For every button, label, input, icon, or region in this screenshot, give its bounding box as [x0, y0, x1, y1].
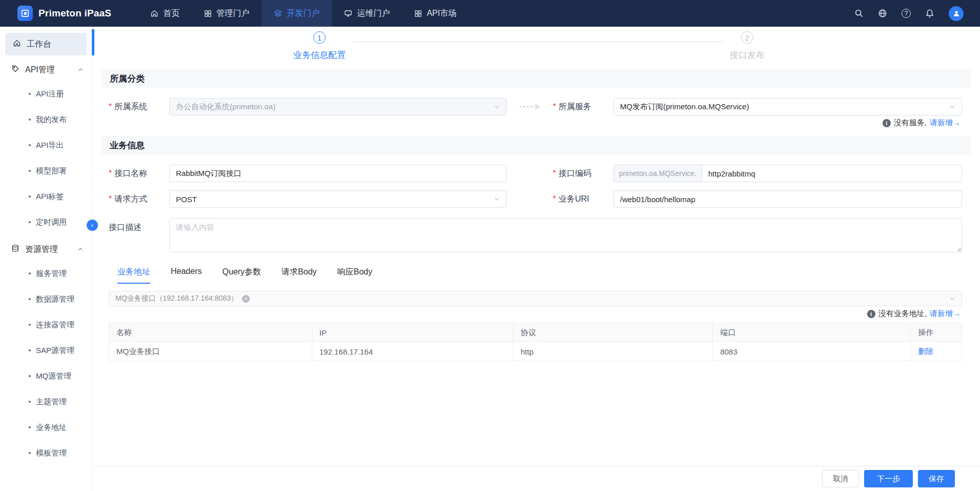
api-name-input[interactable] [169, 165, 507, 182]
business-address-select[interactable]: MQ业务接口（192.168.17.164:8083） [109, 291, 962, 306]
delete-row-link[interactable]: 删除 [918, 347, 933, 356]
tag-icon [11, 65, 19, 75]
sidebar-item-sap-source-management[interactable]: SAP源管理 [0, 338, 92, 363]
nav-item-ops-portal[interactable]: 运维门户 [332, 0, 402, 27]
next-step-button[interactable]: 下一步 [864, 470, 913, 487]
sidebar-item-label: API注册 [36, 89, 64, 99]
primary-nav: 首页 管理门户 开发门户 运维门户 API市场 [138, 0, 469, 27]
chevron-up-icon [77, 67, 84, 73]
sidebar-item-label: 模板管理 [36, 448, 67, 458]
logo-icon [17, 6, 33, 21]
sidebar-item-datasource-management[interactable]: 数据源管理 [0, 286, 92, 312]
tab-headers[interactable]: Headers [171, 267, 202, 284]
help-icon[interactable] [902, 9, 911, 18]
sidebar-item-mq-source-management[interactable]: MQ源管理 [0, 363, 92, 389]
sidebar-item-scheduled-call[interactable]: 定时调用 [0, 209, 92, 235]
description-textarea[interactable] [169, 218, 962, 252]
sidebar-item-api-export[interactable]: API导出 [0, 132, 92, 158]
nav-item-label: 运维门户 [357, 8, 390, 19]
search-icon[interactable] [854, 9, 864, 18]
layers-icon [274, 9, 282, 17]
sidebar-group-api-items: API注册 我的发布 API导出 模型部署 API标签 定时调用 [0, 81, 92, 235]
system-select[interactable]: 办公自动化系统(primeton.oa) [169, 98, 507, 115]
globe-icon[interactable] [878, 9, 887, 18]
hint-text: 没有业务地址, [878, 309, 927, 319]
wizard-stepper: 1 业务信息配置 2 接口发布 [92, 27, 980, 61]
remove-tag-icon[interactable] [242, 295, 250, 303]
tab-response-body[interactable]: 响应Body [337, 267, 372, 284]
bullet-dot [29, 195, 31, 198]
brand[interactable]: Primeton iPaaS [0, 6, 125, 21]
footer-actions: 取消 下一步 保存 [92, 466, 980, 491]
sidebar-item-workbench[interactable]: 工作台 [5, 33, 87, 55]
tab-query-params[interactable]: Query参数 [222, 267, 261, 284]
sidebar-item-my-publish[interactable]: 我的发布 [0, 107, 92, 132]
bullet-dot [29, 426, 31, 428]
bullet-dot [29, 452, 31, 454]
bullet-dot [29, 119, 31, 121]
method-label: 请求方式 [109, 194, 169, 205]
cell-protocol: http [513, 342, 713, 361]
sidebar-item-template-management[interactable]: 模板管理 [0, 440, 92, 466]
category-form-row: 所属系统 办公自动化系统(primeton.oa) 所属服务 MQ发布订阅(pr… [109, 98, 962, 115]
dashed-arrow-icon [507, 104, 553, 110]
service-select[interactable]: MQ发布订阅(primeton.oa.MQService) [613, 98, 962, 115]
sidebar-collapse-button[interactable] [87, 220, 98, 231]
sidebar-group-resource-management[interactable]: 资源管理 [0, 238, 92, 261]
sidebar-item-service-management[interactable]: 服务管理 [0, 261, 92, 286]
nav-item-label: 首页 [163, 8, 179, 19]
sidebar-item-business-address[interactable]: 业务地址 [0, 415, 92, 440]
sidebar-item-label: 我的发布 [36, 115, 67, 125]
method-select-value: POST [176, 195, 197, 204]
grid-icon [414, 10, 422, 17]
sidebar-item-topic-management[interactable]: 主题管理 [0, 389, 92, 415]
step-connector-line [353, 42, 723, 42]
bullet-dot [29, 221, 31, 223]
bullet-dot [29, 375, 31, 377]
content-accent-bar [92, 29, 94, 55]
step-label: 接口发布 [730, 49, 765, 61]
sidebar-item-label: 连接器管理 [36, 320, 74, 330]
sidebar-item-model-deploy[interactable]: 模型部署 [0, 158, 92, 184]
bell-icon[interactable] [925, 9, 934, 18]
nav-item-api-market[interactable]: API市场 [402, 0, 469, 27]
chevron-up-icon [77, 246, 84, 252]
tab-business-address[interactable]: 业务地址 [117, 267, 150, 284]
sidebar-item-label: 定时调用 [36, 218, 67, 227]
tab-request-body[interactable]: 请求Body [282, 267, 316, 284]
api-code-input[interactable] [702, 165, 962, 182]
sidebar-group-api-management[interactable]: API管理 [0, 58, 92, 81]
service-select-value: MQ发布订阅(primeton.oa.MQService) [620, 102, 749, 112]
home-icon [150, 9, 158, 17]
nav-item-label: 开发门户 [287, 8, 319, 19]
save-button[interactable]: 保存 [918, 470, 955, 487]
cancel-button[interactable]: 取消 [822, 470, 859, 487]
method-select[interactable]: POST [169, 190, 507, 208]
uri-input[interactable] [613, 190, 962, 208]
hint-text: 没有服务, [894, 118, 927, 128]
section-title-category: 所属分类 [102, 69, 971, 88]
api-code-prefix: primeton.oa.MQService. [613, 165, 702, 182]
add-address-link[interactable]: 请新增→ [930, 309, 961, 319]
top-navbar: Primeton iPaaS 首页 管理门户 开发门户 运维门户 API市场 [0, 0, 980, 27]
sidebar-item-api-tags[interactable]: API标签 [0, 184, 92, 209]
sidebar: 工作台 API管理 API注册 我的发布 API导出 模型部署 API标签 定时… [0, 27, 92, 491]
sidebar-group-resource-items: 服务管理 数据源管理 连接器管理 SAP源管理 MQ源管理 主题管理 业务地址 … [0, 261, 92, 466]
database-icon [11, 244, 19, 254]
sidebar-item-api-register[interactable]: API注册 [0, 81, 92, 107]
bullet-dot [29, 272, 31, 274]
nav-item-label: API市场 [427, 8, 456, 19]
nav-item-management-portal[interactable]: 管理门户 [192, 0, 262, 27]
cell-port: 8083 [713, 342, 911, 361]
avatar[interactable] [949, 6, 964, 21]
bullet-dot [29, 93, 31, 95]
table-row: MQ业务接口 192.168.17.164 http 8083 删除 [109, 342, 962, 361]
address-table: 名称 IP 协议 端口 操作 MQ业务接口 192.168.17.164 htt… [109, 323, 962, 361]
nav-item-home[interactable]: 首页 [138, 0, 192, 27]
sidebar-item-label: API导出 [36, 141, 64, 150]
add-service-link[interactable]: 请新增→ [930, 118, 961, 128]
sidebar-item-connector-management[interactable]: 连接器管理 [0, 312, 92, 338]
system-label: 所属系统 [109, 102, 169, 112]
cell-ip: 192.168.17.164 [312, 342, 513, 361]
nav-item-dev-portal[interactable]: 开发门户 [262, 0, 332, 27]
